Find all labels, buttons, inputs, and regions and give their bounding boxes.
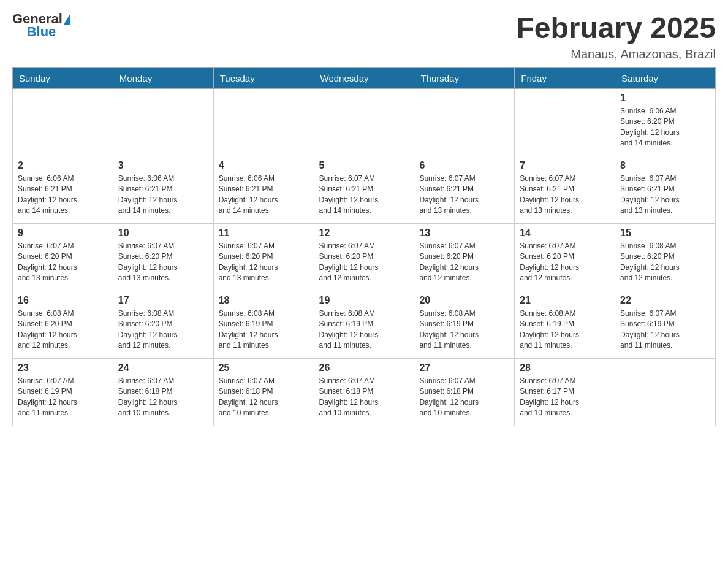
- calendar-cell: 8Sunrise: 6:07 AM Sunset: 6:21 PM Daylig…: [615, 156, 716, 223]
- calendar-header-saturday: Saturday: [615, 67, 716, 88]
- day-number: 20: [419, 295, 509, 306]
- logo: General Blue: [12, 12, 70, 39]
- calendar-cell: [113, 88, 213, 156]
- calendar-cell: [314, 88, 414, 156]
- day-number: 28: [520, 362, 610, 373]
- logo-blue-text: Blue: [27, 25, 56, 39]
- day-info: Sunrise: 6:07 AM Sunset: 6:20 PM Dayligh…: [419, 241, 509, 284]
- calendar-cell: 4Sunrise: 6:06 AM Sunset: 6:21 PM Daylig…: [213, 156, 314, 223]
- day-info: Sunrise: 6:08 AM Sunset: 6:19 PM Dayligh…: [319, 308, 409, 351]
- day-info: Sunrise: 6:06 AM Sunset: 6:20 PM Dayligh…: [620, 106, 710, 149]
- day-number: 26: [319, 362, 409, 373]
- week-row-4: 23Sunrise: 6:07 AM Sunset: 6:19 PM Dayli…: [13, 358, 716, 426]
- day-info: Sunrise: 6:06 AM Sunset: 6:21 PM Dayligh…: [18, 174, 108, 216]
- calendar-cell: 2Sunrise: 6:06 AM Sunset: 6:21 PM Daylig…: [13, 156, 113, 223]
- calendar-header-wednesday: Wednesday: [314, 67, 414, 88]
- day-number: 10: [118, 228, 208, 239]
- page-header: General Blue February 2025 Manaus, Amazo…: [12, 12, 716, 61]
- title-block: February 2025 Manaus, Amazonas, Brazil: [516, 12, 716, 61]
- day-info: Sunrise: 6:08 AM Sunset: 6:20 PM Dayligh…: [118, 308, 208, 351]
- day-number: 23: [18, 362, 108, 373]
- calendar-cell: 6Sunrise: 6:07 AM Sunset: 6:21 PM Daylig…: [414, 156, 515, 223]
- calendar-cell: 13Sunrise: 6:07 AM Sunset: 6:20 PM Dayli…: [414, 223, 515, 291]
- day-number: 2: [18, 160, 108, 171]
- day-number: 17: [118, 295, 208, 306]
- day-number: 19: [319, 295, 409, 306]
- calendar-cell: 28Sunrise: 6:07 AM Sunset: 6:17 PM Dayli…: [515, 358, 615, 426]
- day-number: 27: [419, 362, 509, 373]
- calendar-cell: 26Sunrise: 6:07 AM Sunset: 6:18 PM Dayli…: [314, 358, 414, 426]
- day-number: 16: [18, 295, 108, 306]
- day-number: 11: [219, 228, 309, 239]
- day-number: 8: [620, 160, 710, 171]
- calendar-cell: 17Sunrise: 6:08 AM Sunset: 6:20 PM Dayli…: [113, 291, 213, 358]
- calendar-header-thursday: Thursday: [414, 67, 515, 88]
- calendar-header-row: SundayMondayTuesdayWednesdayThursdayFrid…: [13, 67, 716, 88]
- week-row-1: 2Sunrise: 6:06 AM Sunset: 6:21 PM Daylig…: [13, 156, 716, 223]
- calendar-cell: 11Sunrise: 6:07 AM Sunset: 6:20 PM Dayli…: [213, 223, 314, 291]
- calendar-cell: 1Sunrise: 6:06 AM Sunset: 6:20 PM Daylig…: [615, 88, 716, 156]
- day-info: Sunrise: 6:08 AM Sunset: 6:20 PM Dayligh…: [620, 241, 710, 284]
- day-info: Sunrise: 6:07 AM Sunset: 6:21 PM Dayligh…: [520, 174, 610, 216]
- calendar-cell: 5Sunrise: 6:07 AM Sunset: 6:21 PM Daylig…: [314, 156, 414, 223]
- calendar-cell: 3Sunrise: 6:06 AM Sunset: 6:21 PM Daylig…: [113, 156, 213, 223]
- day-info: Sunrise: 6:07 AM Sunset: 6:19 PM Dayligh…: [18, 376, 108, 419]
- day-info: Sunrise: 6:07 AM Sunset: 6:21 PM Dayligh…: [419, 174, 509, 216]
- week-row-0: 1Sunrise: 6:06 AM Sunset: 6:20 PM Daylig…: [13, 88, 716, 156]
- calendar-cell: [515, 88, 615, 156]
- day-number: 3: [118, 160, 208, 171]
- day-number: 13: [419, 228, 509, 239]
- day-number: 7: [520, 160, 610, 171]
- day-info: Sunrise: 6:08 AM Sunset: 6:19 PM Dayligh…: [520, 308, 610, 351]
- day-number: 14: [520, 228, 610, 239]
- day-info: Sunrise: 6:08 AM Sunset: 6:19 PM Dayligh…: [419, 308, 509, 351]
- calendar-cell: 16Sunrise: 6:08 AM Sunset: 6:20 PM Dayli…: [13, 291, 113, 358]
- calendar-cell: [213, 88, 314, 156]
- day-info: Sunrise: 6:07 AM Sunset: 6:18 PM Dayligh…: [419, 376, 509, 419]
- week-row-2: 9Sunrise: 6:07 AM Sunset: 6:20 PM Daylig…: [13, 223, 716, 291]
- day-number: 12: [319, 228, 409, 239]
- week-row-3: 16Sunrise: 6:08 AM Sunset: 6:20 PM Dayli…: [13, 291, 716, 358]
- day-info: Sunrise: 6:06 AM Sunset: 6:21 PM Dayligh…: [118, 174, 208, 216]
- calendar-cell: 20Sunrise: 6:08 AM Sunset: 6:19 PM Dayli…: [414, 291, 515, 358]
- day-info: Sunrise: 6:07 AM Sunset: 6:18 PM Dayligh…: [219, 376, 309, 419]
- day-number: 25: [219, 362, 309, 373]
- calendar-cell: 24Sunrise: 6:07 AM Sunset: 6:18 PM Dayli…: [113, 358, 213, 426]
- day-info: Sunrise: 6:07 AM Sunset: 6:19 PM Dayligh…: [620, 308, 710, 351]
- day-info: Sunrise: 6:08 AM Sunset: 6:19 PM Dayligh…: [219, 308, 309, 351]
- calendar-cell: [13, 88, 113, 156]
- calendar-header-tuesday: Tuesday: [213, 67, 314, 88]
- logo-triangle-icon: [64, 13, 70, 25]
- month-title: February 2025: [516, 12, 716, 45]
- day-number: 22: [620, 295, 710, 306]
- day-info: Sunrise: 6:07 AM Sunset: 6:21 PM Dayligh…: [620, 174, 710, 216]
- day-info: Sunrise: 6:07 AM Sunset: 6:20 PM Dayligh…: [219, 241, 309, 284]
- calendar-header-friday: Friday: [515, 67, 615, 88]
- location-text: Manaus, Amazonas, Brazil: [516, 47, 716, 61]
- day-info: Sunrise: 6:07 AM Sunset: 6:18 PM Dayligh…: [319, 376, 409, 419]
- calendar-cell: 14Sunrise: 6:07 AM Sunset: 6:20 PM Dayli…: [515, 223, 615, 291]
- calendar-header-sunday: Sunday: [13, 67, 113, 88]
- calendar-cell: 18Sunrise: 6:08 AM Sunset: 6:19 PM Dayli…: [213, 291, 314, 358]
- day-info: Sunrise: 6:07 AM Sunset: 6:17 PM Dayligh…: [520, 376, 610, 419]
- day-number: 24: [118, 362, 208, 373]
- day-info: Sunrise: 6:07 AM Sunset: 6:20 PM Dayligh…: [520, 241, 610, 284]
- day-number: 6: [419, 160, 509, 171]
- calendar-cell: 10Sunrise: 6:07 AM Sunset: 6:20 PM Dayli…: [113, 223, 213, 291]
- day-info: Sunrise: 6:07 AM Sunset: 6:20 PM Dayligh…: [118, 241, 208, 284]
- calendar-cell: 27Sunrise: 6:07 AM Sunset: 6:18 PM Dayli…: [414, 358, 515, 426]
- calendar-cell: 9Sunrise: 6:07 AM Sunset: 6:20 PM Daylig…: [13, 223, 113, 291]
- day-info: Sunrise: 6:07 AM Sunset: 6:18 PM Dayligh…: [118, 376, 208, 419]
- calendar-cell: 23Sunrise: 6:07 AM Sunset: 6:19 PM Dayli…: [13, 358, 113, 426]
- day-info: Sunrise: 6:08 AM Sunset: 6:20 PM Dayligh…: [18, 308, 108, 351]
- calendar-cell: 25Sunrise: 6:07 AM Sunset: 6:18 PM Dayli…: [213, 358, 314, 426]
- day-number: 21: [520, 295, 610, 306]
- day-number: 18: [219, 295, 309, 306]
- calendar-cell: [414, 88, 515, 156]
- calendar-cell: [615, 358, 716, 426]
- calendar-header-monday: Monday: [113, 67, 213, 88]
- day-number: 5: [319, 160, 409, 171]
- calendar-cell: 15Sunrise: 6:08 AM Sunset: 6:20 PM Dayli…: [615, 223, 716, 291]
- calendar-cell: 21Sunrise: 6:08 AM Sunset: 6:19 PM Dayli…: [515, 291, 615, 358]
- calendar-cell: 7Sunrise: 6:07 AM Sunset: 6:21 PM Daylig…: [515, 156, 615, 223]
